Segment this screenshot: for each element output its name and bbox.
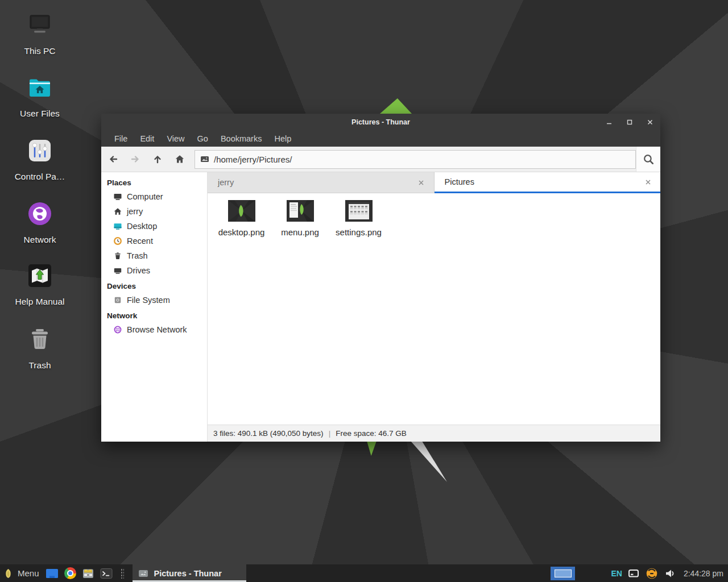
file-item-menu-png[interactable]: menu.png [271,200,329,237]
desktop-icon-network[interactable]: Network [6,200,74,245]
desktop-icon-label: Control Pa… [15,172,65,182]
desktop-screen-icon [113,222,122,231]
close-icon [645,179,651,185]
desktop-icon-user-files[interactable]: User Files [6,74,74,119]
update-refresh-icon [646,567,658,580]
sidebar-item-file-system[interactable]: File System [101,293,207,307]
keyboard-layout-indicator[interactable]: EN [611,569,622,578]
tab-bar: jerry Pictures [208,172,660,193]
status-free-space: Free space: 46.7 GB [336,429,407,438]
sidebar-item-label: File System [127,296,170,305]
sidebar-item-trash[interactable]: Trash [101,248,207,263]
menu-button-label: Menu [18,568,39,578]
forward-button[interactable] [125,149,146,169]
network-globe-icon [26,200,53,227]
volume-applet[interactable] [664,567,677,580]
tab-close-button[interactable] [643,177,652,186]
tab-jerry[interactable]: jerry [208,172,435,193]
forward-icon [130,153,141,165]
file-manager-launcher[interactable] [82,567,95,580]
sidebar-header-places: Places [101,176,207,189]
workspace-1[interactable] [555,569,572,577]
close-icon [418,180,424,186]
file-cabinet-icon [82,568,94,579]
status-separator: | [329,429,331,438]
user-files-folder-icon [26,74,53,101]
sidebar-header-network: Network [101,309,207,322]
chrome-icon [64,567,76,579]
update-manager-applet[interactable] [646,567,659,580]
trash-can-icon [26,326,53,353]
desktop-icon-control-panel[interactable]: Control Pa… [6,137,74,182]
sidebar-item-label: Desktop [127,222,157,231]
search-icon [642,153,655,165]
tray-display-applet[interactable] [627,567,640,580]
sidebar-item-label: Trash [127,251,148,260]
menu-view[interactable]: View [160,130,191,147]
sidebar-item-browse-network[interactable]: Browse Network [101,322,207,337]
image-thumbnail [287,200,314,222]
desktop-icon-this-pc[interactable]: This PC [6,11,74,56]
desktop-icon-help-manual[interactable]: Help Manual [6,262,74,307]
show-desktop-icon [46,568,59,579]
menu-file[interactable]: File [108,130,134,147]
home-icon [113,207,122,216]
thunar-task-icon [138,569,148,578]
sidebar-item-label: Recent [127,236,153,246]
sidebar-item-recent[interactable]: Recent [101,234,207,248]
menu-go[interactable]: Go [191,130,214,147]
panel-drag-handle[interactable] [121,568,124,579]
sidebar-item-desktop[interactable]: Desktop [101,219,207,234]
taskbar-task-thunar[interactable]: Pictures - Thunar [133,564,246,582]
task-label: Pictures - Thunar [154,569,222,578]
desktop-icon-trash[interactable]: Trash [6,326,74,371]
up-button[interactable] [147,149,168,169]
recent-clock-icon [113,236,122,246]
taskbar: Menu [0,564,728,582]
sidebar-item-computer[interactable]: Computer [101,189,207,204]
sidebar: Places Computer jerry Desktop Recent Tra… [101,172,208,442]
workspace-switcher[interactable] [551,567,575,580]
close-button[interactable] [646,118,655,127]
volume-icon [664,568,676,579]
file-name: settings.png [336,227,382,237]
clock[interactable]: 2:44:28 pm [682,569,723,578]
menu-bookmarks[interactable]: Bookmarks [214,130,268,147]
sidebar-item-label: Drives [127,266,150,275]
sidebar-item-label: jerry [127,207,143,216]
help-manual-icon [26,262,53,289]
thunar-window: Pictures - Thunar File Edit View Go Book… [101,114,660,442]
sidebar-item-jerry[interactable]: jerry [101,204,207,219]
desktop-icon-label: This PC [24,46,55,56]
show-desktop-button[interactable] [46,567,59,580]
tab-close-button[interactable] [417,178,426,187]
home-icon [174,153,185,165]
terminal-icon [100,568,113,579]
terminal-launcher[interactable] [100,567,113,580]
home-button[interactable] [169,149,190,169]
sidebar-item-label: Browse Network [127,325,187,334]
minimize-icon [606,119,613,126]
display-tray-icon [628,569,639,578]
maximize-button[interactable] [625,118,634,127]
trash-icon [113,251,122,260]
sidebar-header-devices: Devices [101,279,207,293]
file-list-view[interactable]: desktop.png menu.png [208,193,660,425]
file-item-desktop-png[interactable]: desktop.png [212,200,271,237]
menu-button[interactable]: Menu [3,564,40,582]
file-name: menu.png [281,227,319,237]
back-button[interactable] [103,149,123,169]
image-thumbnail [228,200,255,222]
browse-network-globe-icon [113,325,122,334]
titlebar[interactable]: Pictures - Thunar [101,114,660,130]
minimize-button[interactable] [605,118,614,127]
chrome-launcher[interactable] [64,567,77,580]
path-bar[interactable]: /home/jerry/Pictures/ [195,150,636,169]
menu-edit[interactable]: Edit [134,130,160,147]
search-button[interactable] [636,147,660,172]
close-icon [647,119,653,126]
file-item-settings-png[interactable]: settings.png [329,200,388,237]
tab-pictures[interactable]: Pictures [435,172,661,193]
menu-help[interactable]: Help [268,130,297,147]
sidebar-item-drives[interactable]: Drives [101,263,207,278]
